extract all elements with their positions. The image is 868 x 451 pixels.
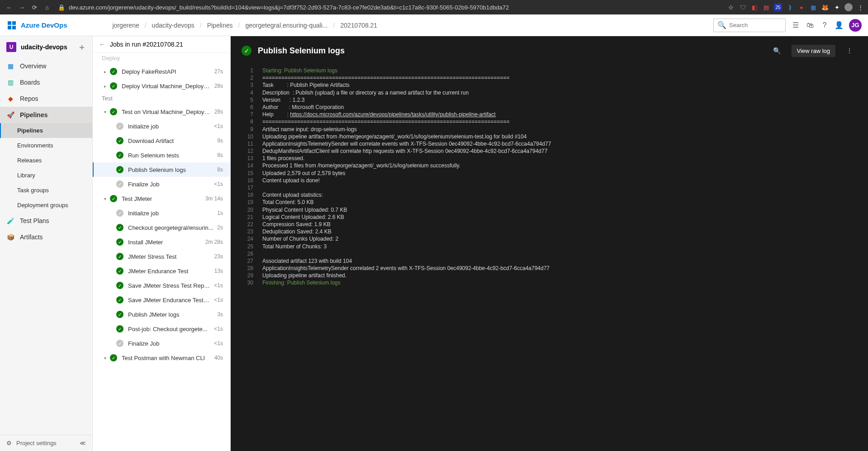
help-link[interactable]: https://docs.microsoft.com/azure/devops/… [290,111,495,118]
jobs-header: ← Jobs in run #20210708.21 [93,36,230,53]
menu-icon[interactable]: ⋮ [856,3,864,11]
nav-artifacts[interactable]: 📦Artifacts [0,229,92,245]
log-line: 22Compression Saved: 1.9 KB [231,221,868,228]
check-icon: ✓ [116,224,123,231]
crumb-project[interactable]: udacity-devops [152,22,194,29]
job-step[interactable]: ✓Install JMeter2m 28s [93,235,230,249]
check-icon: ✓ [116,296,123,304]
add-icon[interactable]: ＋ [78,42,86,52]
log-line: 12DedupManifestArtifactClient will corre… [231,147,868,155]
collapse-icon[interactable]: ≪ [80,440,86,446]
check-icon: ✓ [116,253,123,260]
nav-boards[interactable]: ▥Boards [0,74,92,90]
ext-icon[interactable]: ⟫ [786,3,794,11]
project-picker[interactable]: U udacity-devops ＋ [0,36,92,58]
nav-releases[interactable]: Releases [0,153,92,168]
log-line: 1Starting: Publish Selenium logs [231,67,868,74]
lock-icon: 🔒 [58,4,65,11]
nav-repos[interactable]: ◆Repos [0,90,92,107]
view-raw-log-button[interactable]: View raw log [792,45,835,57]
job-row[interactable]: ▸✓Deploy FakeRestAPI27s [93,64,230,79]
home-button[interactable]: ⌂ [42,2,52,13]
check-icon: ✓ [116,267,123,275]
nav-overview[interactable]: ▦Overview [0,58,92,74]
log-line: 25Total Number of Chunks: 3 [231,243,868,250]
ext-icon[interactable]: ● [797,3,806,11]
project-settings[interactable]: ⚙ Project settings ≪ [0,435,92,451]
check-icon: ✓ [116,325,123,332]
nav-environments[interactable]: Environments [0,138,92,153]
log-line: 6Author : Microsoft Corporation [231,104,868,111]
address-bar[interactable]: 🔒 dev.azure.com/jorgerene/udacity-devops… [54,4,727,11]
log-line: 27Associated artifact 123 with build 104 [231,257,868,265]
job-step[interactable]: ✓JMeter Endurance Test13s [93,264,230,278]
more-icon[interactable]: ⋮ [842,44,857,57]
job-row[interactable]: ▸✓Deploy Virtual Machine_Deploy_...28s [93,79,230,93]
shield-icon[interactable]: 🛡 [739,3,747,11]
reload-button[interactable]: ⟳ [29,2,40,13]
crumb-org[interactable]: jorgerene [113,22,139,29]
check-icon: ✓ [116,340,123,347]
job-step[interactable]: ✓Download Artifact9s [93,133,230,148]
nav-deployment-groups[interactable]: Deployment groups [0,198,92,213]
jobs-panel[interactable]: ← Jobs in run #20210708.21 Deploy ▸✓Depl… [93,36,231,451]
search-box[interactable]: 🔍 [713,19,786,32]
crumb-section[interactable]: Pipelines [207,22,233,29]
log-body[interactable]: 1Starting: Publish Selenium logs2=======… [231,65,868,451]
nav-pipelines-sub[interactable]: Pipelines [0,123,92,138]
job-step[interactable]: ✓Initialize job<1s [93,119,230,133]
log-line: 9Artifact name input: drop-selenium-logs [231,126,868,133]
nav-pipelines[interactable]: 🚀Pipelines [0,107,92,123]
ext-icon[interactable]: 🦊 [821,3,829,11]
nav-library[interactable]: Library [0,168,92,183]
profile-avatar[interactable] [844,3,853,11]
star-icon[interactable]: ☆ [727,3,735,11]
bag-icon[interactable]: 🛍 [806,21,815,30]
check-icon: ✓ [116,137,123,144]
ext-icon[interactable]: ▤ [762,3,770,11]
nav-test-plans[interactable]: 🧪Test Plans [0,213,92,229]
forward-button[interactable]: → [16,2,27,13]
jobs-title: Jobs in run #20210708.21 [110,41,183,48]
ext-icon[interactable]: ▦ [809,3,817,11]
job-step-selected[interactable]: ✓Publish Selenium logs8s [93,162,230,177]
back-button[interactable]: ← [4,2,14,13]
job-step[interactable]: ✓Initialize job1s [93,206,230,220]
crumb-run[interactable]: 20210708.21 [340,22,377,29]
job-step[interactable]: ✓Run Selenium tests8s [93,148,230,162]
user-settings-icon[interactable]: 👤 [835,21,844,30]
puzzle-icon[interactable]: ✦ [833,3,841,11]
pipelines-icon: 🚀 [6,111,14,119]
log-line: 14Processed 1 files from /home/george/az… [231,162,868,169]
azure-icon [6,20,17,31]
job-row[interactable]: ▾✓Test Postman with Newman CLI40s [93,351,230,365]
job-step[interactable]: ✓Finalize Job<1s [93,336,230,351]
job-row[interactable]: ▾✓Test on Virtual Machine_Deploy_...28s [93,104,230,119]
log-line: 24Number of Chunks Uploaded: 2 [231,235,868,242]
ext-icon[interactable]: 25 [774,3,782,11]
help-icon[interactable]: ? [820,21,829,30]
user-avatar[interactable]: JG [849,19,862,32]
job-step[interactable]: ✓Checkout georgetegral/ensurin...2s [93,220,230,235]
chevron-right-icon: ▸ [102,69,108,74]
back-arrow-icon[interactable]: ← [99,41,105,48]
log-line: 7Help : https://docs.microsoft.com/azure… [231,111,868,118]
check-icon: ✓ [242,46,251,56]
job-step[interactable]: ✓JMeter Stress Test23s [93,249,230,264]
ext-icon[interactable]: ◧ [750,3,759,11]
job-step[interactable]: ✓Save JMeter Endurance Test R...<1s [93,293,230,307]
nav-task-groups[interactable]: Task groups [0,183,92,198]
job-step[interactable]: ✓Save JMeter Stress Test Repor...<1s [93,278,230,293]
list-icon[interactable]: ☰ [791,21,800,30]
job-step[interactable]: ✓Publish JMeter logs3s [93,307,230,322]
log-line: 17 [231,184,868,191]
log-title: Publish Selenium logs [258,46,762,56]
crumb-pipeline[interactable]: georgetegral.ensuring-quali... [245,22,327,29]
job-step[interactable]: ✓Finalize Job<1s [93,177,230,191]
check-icon: ✓ [116,166,123,173]
azure-devops-logo[interactable]: Azure DevOps [6,20,67,31]
check-icon: ✓ [116,123,123,130]
log-search-icon[interactable]: 🔍 [768,44,785,57]
job-step[interactable]: ✓Post-job: Checkout georgete...<1s [93,322,230,336]
job-row[interactable]: ▾✓Test JMeter3m 14s [93,191,230,206]
